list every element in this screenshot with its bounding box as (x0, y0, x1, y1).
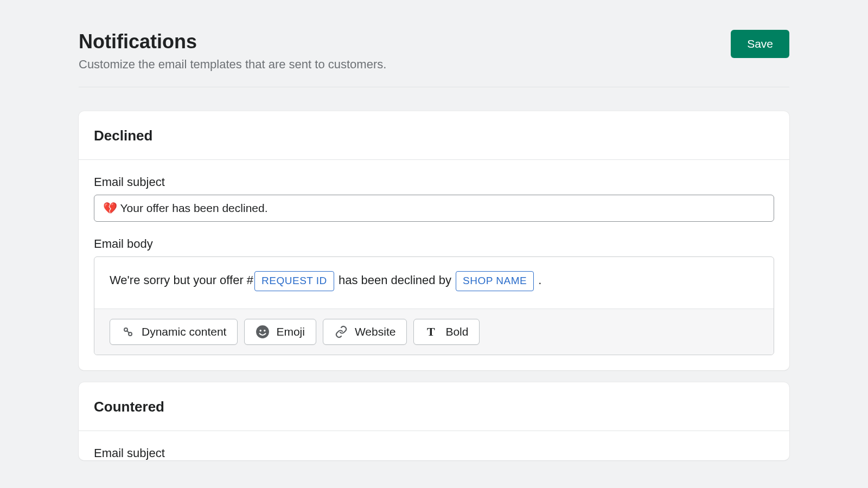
save-button[interactable]: Save (731, 30, 789, 58)
body-label: Email body (94, 237, 774, 251)
website-button[interactable]: Website (323, 319, 407, 345)
dynamic-content-button[interactable]: Dynamic content (110, 319, 238, 345)
page-header: Notifications Customize the email templa… (79, 30, 789, 87)
svg-point-4 (260, 330, 261, 331)
svg-line-2 (127, 331, 129, 333)
card-declined-title: Declined (94, 127, 774, 144)
website-label: Website (355, 325, 395, 338)
card-countered-header: Countered (79, 382, 789, 431)
subject-input[interactable] (94, 195, 774, 222)
bold-button[interactable]: T Bold (413, 319, 480, 345)
card-declined-header: Declined (79, 111, 789, 160)
page-subtitle: Customize the email templates that are s… (79, 57, 731, 72)
bold-label: Bold (445, 325, 468, 338)
token-request-id[interactable]: REQUEST ID (254, 271, 334, 291)
body-text: . (535, 273, 541, 287)
card-countered: Countered Email subject (79, 382, 789, 460)
svg-point-5 (264, 330, 265, 331)
page-title: Notifications (79, 30, 731, 53)
bold-text-icon: T (425, 325, 439, 339)
svg-text:T: T (427, 325, 435, 338)
token-shop-name[interactable]: SHOP NAME (456, 271, 534, 291)
link-icon (121, 325, 135, 339)
svg-point-3 (256, 325, 269, 338)
emoji-button[interactable]: Emoji (244, 319, 316, 345)
body-text: We're sorry but your offer # (110, 273, 253, 287)
dynamic-content-label: Dynamic content (142, 325, 226, 338)
emoji-icon (256, 325, 270, 339)
card-declined: Declined Email subject Email body We're … (79, 111, 789, 370)
card-countered-title: Countered (94, 399, 774, 415)
editor-toolbar: Dynamic content Emoj (94, 309, 774, 355)
subject-label: Email subject (94, 175, 774, 189)
emoji-label: Emoji (276, 325, 305, 338)
countered-subject-label: Email subject (94, 446, 774, 460)
body-content[interactable]: We're sorry but your offer #REQUEST ID h… (94, 257, 774, 309)
body-text: has been declined by (335, 273, 455, 287)
website-link-icon (334, 325, 348, 339)
body-editor: We're sorry but your offer #REQUEST ID h… (94, 256, 774, 355)
